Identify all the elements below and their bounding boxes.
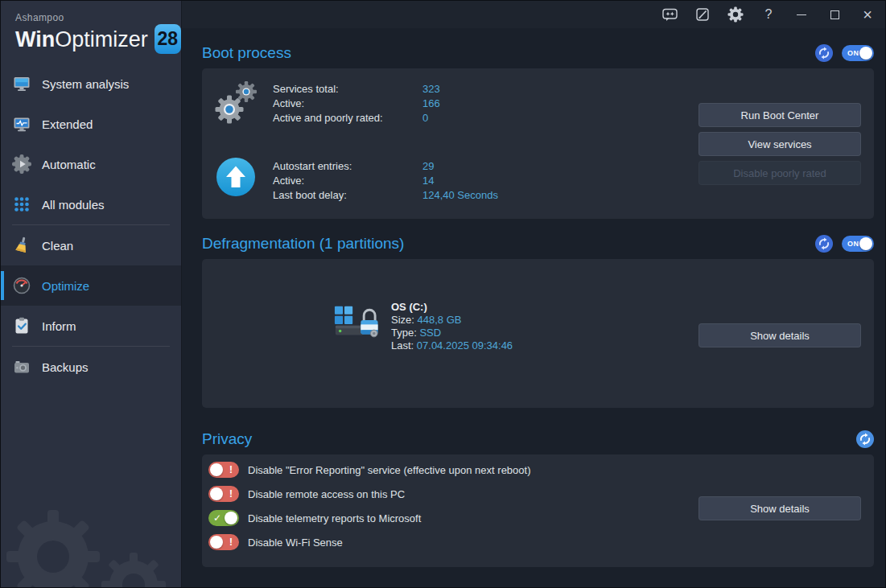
sidebar-item-inform[interactable]: Inform [1, 306, 181, 346]
wifi-sense-toggle[interactable]: ! [208, 534, 239, 550]
sidebar: Ashampoo WinOptimizer 28 System analysis… [1, 1, 182, 588]
privacy-section-header: Privacy [202, 424, 874, 454]
privacy-toggle-label: Disable Wi-Fi Sense [248, 537, 343, 549]
stat-row: Active and poorly rated:0 [273, 111, 440, 125]
product-name: WinOptimizer [15, 27, 148, 51]
sidebar-item-label: Backups [42, 360, 89, 374]
telemetry-toggle[interactable]: ✓ [208, 510, 239, 526]
services-stats: Services total:323 Active:166 Active and… [273, 82, 440, 125]
defrag-section-title: Defragmentation (1 partitions) [202, 235, 815, 253]
toggle-knob [859, 237, 872, 250]
privacy-toggle-list: ! Disable "Error Reporting" service (eff… [208, 458, 531, 554]
drive-info: OS (C:) Size: 448,8 GB Type: SSD Last: 0… [391, 301, 513, 352]
boot-panel: Services total:323 Active:166 Active and… [202, 68, 874, 219]
gears-icon [213, 78, 260, 125]
defrag-panel: OS (C:) Size: 448,8 GB Type: SSD Last: 0… [202, 259, 874, 408]
error-reporting-toggle[interactable]: ! [208, 462, 239, 478]
sidebar-item-label: Automatic [42, 158, 96, 171]
settings-gear-icon[interactable] [727, 6, 744, 23]
sidebar-item-extended[interactable]: Extended [1, 104, 181, 144]
drive-row: Type: SSD [391, 327, 513, 339]
grid-icon [12, 195, 31, 214]
sidebar-item-system-analysis[interactable]: System analysis [1, 64, 181, 104]
sidebar-item-label: Inform [42, 319, 76, 333]
sidebar-item-label: Clean [42, 239, 73, 253]
titlebar: ? × [182, 1, 886, 28]
privacy-section-title: Privacy [202, 430, 856, 448]
privacy-row: ✓ Disable telemetry reports to Microsoft [208, 506, 531, 530]
stat-row: Autostart entries:29 [273, 159, 498, 174]
refresh-icon[interactable] [815, 44, 833, 62]
automatic-gear-icon [12, 154, 31, 174]
privacy-show-details-button[interactable]: Show details [698, 496, 861, 520]
maximize-icon[interactable] [826, 6, 843, 23]
sidebar-item-label: All modules [42, 198, 105, 212]
toggle-knob [210, 536, 223, 549]
privacy-toggle-label: Disable remote access on this PC [248, 488, 405, 500]
sidebar-item-all-modules[interactable]: All modules [1, 184, 181, 224]
notes-icon[interactable] [694, 6, 711, 23]
gear-watermark [1, 460, 182, 588]
toggle-knob [225, 512, 237, 524]
stat-row: Services total:323 [273, 82, 440, 97]
drive-lock-icon [333, 301, 380, 343]
privacy-row: ! Disable "Error Reporting" service (eff… [208, 458, 531, 482]
toggle-glyph: ✓ [213, 512, 221, 524]
sidebar-nav: System analysis Extended Automatic All m… [1, 64, 181, 387]
boot-section-header: Boot process ON [202, 38, 874, 68]
monitor-pulse-icon [12, 114, 31, 134]
sidebar-item-backups[interactable]: Backups [1, 347, 181, 387]
toggle-on-label: ON [847, 240, 859, 248]
defrag-show-details-button[interactable]: Show details [698, 323, 861, 347]
boot-section-title: Boot process [202, 44, 815, 62]
run-boot-center-button[interactable]: Run Boot Center [698, 103, 861, 127]
refresh-icon[interactable] [856, 430, 874, 448]
help-icon[interactable]: ? [760, 6, 777, 23]
boot-on-toggle[interactable]: ON [842, 45, 874, 61]
remote-access-toggle[interactable]: ! [208, 486, 239, 502]
toggle-knob [210, 487, 223, 500]
drive-row: Last: 07.04.2025 09:34:46 [391, 339, 513, 352]
defrag-section-header: Defragmentation (1 partitions) ON [202, 228, 874, 259]
privacy-toggle-label: Disable "Error Reporting" service (effec… [248, 464, 531, 476]
toggle-glyph: ! [229, 537, 233, 548]
feedback-icon[interactable] [661, 6, 678, 23]
camera-icon [12, 357, 31, 376]
company-name: Ashampoo [15, 12, 181, 23]
sidebar-item-optimize[interactable]: Optimize [1, 265, 181, 306]
defrag-on-toggle[interactable]: ON [842, 236, 874, 252]
refresh-icon[interactable] [815, 235, 833, 253]
drive-row: Size: 448,8 GB [391, 314, 513, 327]
privacy-row: ! Disable Wi-Fi Sense [208, 530, 531, 554]
broom-icon [12, 236, 31, 255]
disable-poorly-rated-button: Disable poorly rated [698, 161, 861, 185]
minimize-icon[interactable] [793, 6, 810, 23]
privacy-panel: ! Disable "Error Reporting" service (eff… [202, 454, 874, 567]
sidebar-item-label: Extended [42, 117, 93, 131]
monitor-icon [12, 74, 31, 93]
boot-buttons: Run Boot Center View services Disable po… [698, 103, 861, 185]
sidebar-item-automatic[interactable]: Automatic [1, 144, 181, 184]
view-services-button[interactable]: View services [698, 132, 861, 156]
toggle-on-label: ON [847, 49, 859, 57]
main-content: Boot process ON Services total:323 Activ… [202, 38, 874, 567]
toggle-knob [210, 463, 223, 476]
close-icon[interactable]: × [859, 6, 876, 23]
privacy-row: ! Disable remote access on this PC [208, 482, 531, 506]
sidebar-item-label: System analysis [42, 77, 129, 91]
sidebar-item-label: Optimize [42, 279, 89, 293]
clipboard-icon [12, 316, 31, 335]
sidebar-item-clean[interactable]: Clean [1, 225, 181, 265]
version-badge: 28 [155, 24, 181, 54]
privacy-toggle-label: Disable telemetry reports to Microsoft [248, 512, 421, 524]
stat-row: Active:166 [273, 97, 440, 111]
drive-name: OS (C:) [391, 301, 513, 314]
boot-up-arrow-icon [216, 157, 256, 197]
stat-row: Active:14 [273, 174, 498, 188]
toggle-knob [859, 47, 872, 60]
toggle-glyph: ! [229, 488, 233, 500]
autostart-stats: Autostart entries:29 Active:14 Last boot… [273, 159, 498, 203]
speedometer-icon [12, 276, 31, 295]
app-logo: Ashampoo WinOptimizer 28 [1, 1, 181, 65]
toggle-glyph: ! [229, 464, 233, 475]
